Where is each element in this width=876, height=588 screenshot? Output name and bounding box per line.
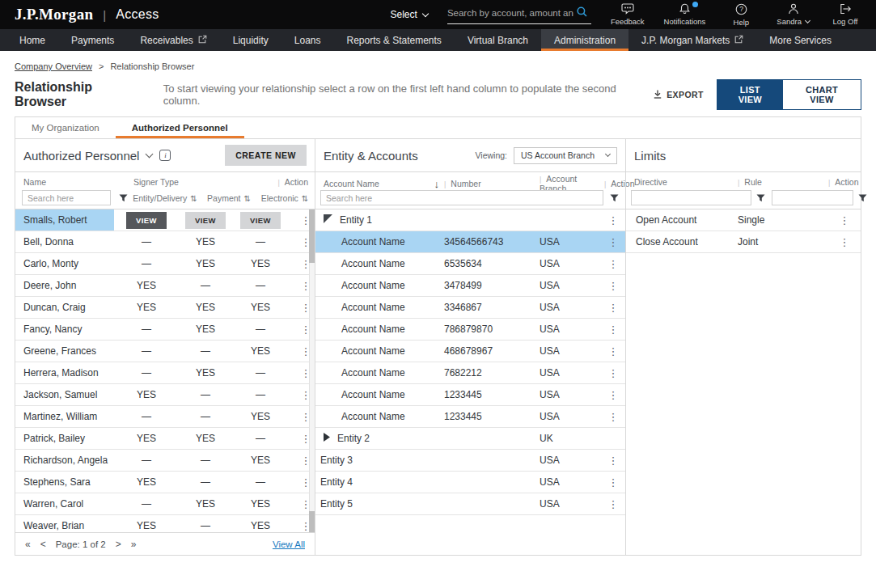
subcolumn-entity-delivery[interactable]: Entity/Delivery bbox=[133, 193, 187, 203]
account-row[interactable]: Account Name3346867USA⋮ bbox=[315, 297, 625, 319]
chevron-down-icon[interactable] bbox=[146, 150, 154, 158]
row-actions-icon[interactable]: ⋮ bbox=[604, 237, 622, 247]
nav-item-virtual-branch[interactable]: Virtual Branch bbox=[455, 29, 541, 51]
nav-item-loans[interactable]: Loans bbox=[281, 29, 334, 51]
create-new-button[interactable]: CREATE NEW bbox=[225, 145, 307, 166]
row-actions-icon[interactable]: ⋮ bbox=[604, 346, 622, 357]
row-actions-icon[interactable]: ⋮ bbox=[836, 215, 853, 226]
nav-item-home[interactable]: Home bbox=[6, 29, 58, 51]
row-actions-icon[interactable]: ⋮ bbox=[604, 368, 622, 379]
notifications-button[interactable]: Notifications bbox=[664, 3, 706, 26]
rule-filter-input[interactable] bbox=[772, 190, 853, 205]
view-button[interactable]: VIEW bbox=[185, 212, 226, 229]
help-button[interactable]: ? Help bbox=[725, 3, 757, 27]
sort-down-icon[interactable]: ↓ bbox=[434, 178, 440, 190]
view-button[interactable]: VIEW bbox=[126, 212, 167, 229]
subcolumn-electronic[interactable]: Electronic bbox=[261, 193, 298, 203]
entity-row[interactable]: Entity 3USA⋮ bbox=[315, 450, 625, 472]
global-search-input[interactable] bbox=[447, 8, 573, 18]
personnel-row[interactable]: Smalls, RobertVIEWVIEWVIEW⋮ bbox=[15, 209, 315, 231]
sort-updown-icon[interactable]: ⇅ bbox=[190, 194, 197, 203]
column-header-account-name[interactable]: Account Name bbox=[324, 179, 379, 188]
personnel-row[interactable]: Jackson, SamuelYES——⋮ bbox=[15, 384, 315, 406]
row-actions-icon[interactable]: ⋮ bbox=[604, 412, 622, 422]
row-actions-icon[interactable]: ⋮ bbox=[604, 499, 622, 510]
nav-item-reports-statements[interactable]: Reports & Statements bbox=[333, 29, 454, 51]
personnel-row[interactable]: Stephens, SaraYES——⋮ bbox=[15, 472, 315, 493]
personnel-row[interactable]: Weaver, BrianYES—YES⋮ bbox=[15, 515, 315, 532]
tab-authorized-personnel[interactable]: Authorized Personnel bbox=[116, 117, 244, 138]
personnel-row[interactable]: Herrera, Madison—YES—⋮ bbox=[15, 362, 315, 384]
personnel-row[interactable]: Deere, JohnYES——⋮ bbox=[15, 275, 315, 297]
personnel-row[interactable]: Warren, Carol—YESYES⋮ bbox=[15, 493, 315, 515]
row-actions-icon[interactable]: ⋮ bbox=[604, 281, 622, 291]
account-row[interactable]: Account Name786879870USA⋮ bbox=[315, 319, 625, 341]
account-row[interactable]: Account Name1233445USA⋮ bbox=[315, 384, 625, 406]
account-row[interactable]: Account Name34564566743USA⋮ bbox=[315, 231, 625, 253]
filter-icon[interactable] bbox=[610, 194, 619, 202]
info-icon[interactable]: i bbox=[159, 150, 171, 161]
personnel-row[interactable]: Bell, Donna—YES—⋮ bbox=[15, 231, 315, 253]
row-actions-icon[interactable]: ⋮ bbox=[836, 237, 853, 247]
account-row[interactable]: Account Name6535634USA⋮ bbox=[315, 253, 625, 275]
nav-item-payments[interactable]: Payments bbox=[58, 29, 127, 51]
personnel-row[interactable]: Greene, Frances——YES⋮ bbox=[15, 341, 315, 362]
expand-icon[interactable] bbox=[324, 433, 330, 444]
collapse-icon[interactable] bbox=[324, 214, 332, 226]
nav-item-receivables[interactable]: Receivables bbox=[127, 29, 219, 51]
filter-icon[interactable] bbox=[756, 194, 765, 202]
personnel-row[interactable]: Fancy, Nancy—YES—⋮ bbox=[15, 319, 315, 341]
scrollbar-thumb[interactable] bbox=[309, 209, 315, 263]
column-header-signer-type[interactable]: Signer Type bbox=[114, 177, 273, 187]
nav-item-more-services[interactable]: More Services bbox=[756, 29, 844, 51]
account-row[interactable]: Account Name7682212USA⋮ bbox=[315, 362, 625, 384]
nav-item-j-p-morgan-markets[interactable]: J.P. Morgan Markets bbox=[628, 29, 756, 51]
tab-my-organization[interactable]: My Organization bbox=[15, 117, 116, 138]
row-actions-icon[interactable]: ⋮ bbox=[604, 455, 622, 466]
column-header-directive[interactable]: Directive bbox=[634, 177, 738, 187]
view-all-link[interactable]: View All bbox=[273, 539, 305, 549]
directive-filter-input[interactable] bbox=[631, 190, 751, 205]
subcolumn-payment[interactable]: Payment bbox=[207, 193, 240, 203]
chart-view-button[interactable]: CHART VIEW bbox=[783, 80, 861, 109]
entity-row[interactable]: Entity 4USA⋮ bbox=[315, 472, 625, 493]
personnel-row[interactable]: Richardson, Angela——YES⋮ bbox=[15, 450, 315, 472]
next-page-icon[interactable]: > bbox=[116, 539, 121, 550]
entity-row[interactable]: Entity 2UK bbox=[315, 428, 625, 450]
scrollbar-end[interactable] bbox=[309, 511, 315, 532]
personnel-row[interactable]: Carlo, Monty—YESYES⋮ bbox=[15, 253, 315, 275]
entity-row[interactable]: Entity 5USA⋮ bbox=[315, 493, 625, 515]
breadcrumb-link[interactable]: Company Overview bbox=[15, 61, 92, 71]
limit-row[interactable]: Close AccountJoint⋮ bbox=[626, 231, 861, 253]
row-actions-icon[interactable]: ⋮ bbox=[604, 259, 622, 269]
first-page-icon[interactable]: « bbox=[25, 539, 31, 550]
row-actions-icon[interactable]: ⋮ bbox=[604, 324, 622, 335]
logoff-button[interactable]: Log Off bbox=[829, 3, 861, 26]
list-view-button[interactable]: LIST VIEW bbox=[717, 80, 783, 109]
filter-icon[interactable] bbox=[858, 194, 867, 202]
user-menu[interactable]: Sandra bbox=[777, 3, 810, 26]
viewing-dropdown[interactable]: US Account Branch bbox=[514, 147, 617, 164]
account-row[interactable]: Account Name1233445USA⋮ bbox=[315, 406, 625, 428]
personnel-row[interactable]: Martinez, William——YES⋮ bbox=[15, 406, 315, 428]
row-actions-icon[interactable]: ⋮ bbox=[604, 390, 622, 400]
select-dropdown[interactable]: Select bbox=[391, 9, 428, 20]
account-row[interactable]: Account Name3478499USA⋮ bbox=[315, 275, 625, 297]
account-row[interactable]: Account Name468678967USA⋮ bbox=[315, 341, 625, 362]
sort-updown-icon[interactable]: ⇅ bbox=[302, 194, 308, 203]
scrollbar[interactable] bbox=[309, 209, 315, 532]
search-icon[interactable] bbox=[577, 6, 587, 20]
global-search[interactable] bbox=[447, 6, 591, 24]
filter-icon[interactable] bbox=[119, 194, 128, 202]
personnel-row[interactable]: Patrick, BaileyYESYES—⋮ bbox=[15, 428, 315, 450]
prev-page-icon[interactable]: < bbox=[40, 539, 46, 550]
row-actions-icon[interactable]: ⋮ bbox=[604, 477, 622, 488]
nav-item-administration[interactable]: Administration bbox=[541, 29, 628, 51]
nav-item-liquidity[interactable]: Liquidity bbox=[220, 29, 281, 51]
column-header-name[interactable]: Name bbox=[15, 177, 114, 187]
column-header-rule[interactable]: Rule bbox=[744, 177, 762, 187]
feedback-button[interactable]: Feedback bbox=[611, 3, 645, 26]
entities-search-input[interactable] bbox=[320, 190, 603, 205]
row-actions-icon[interactable]: ⋮ bbox=[604, 302, 622, 313]
personnel-row[interactable]: Duncan, CraigYESYESYES⋮ bbox=[15, 297, 315, 319]
